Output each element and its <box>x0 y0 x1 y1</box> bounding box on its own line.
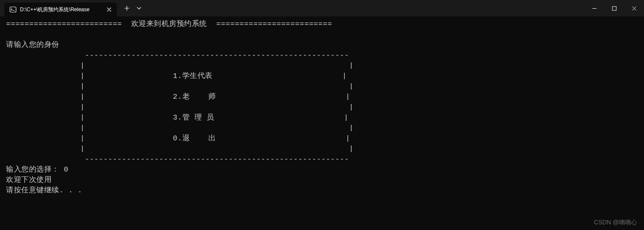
tab-dropdown-button[interactable] <box>133 2 145 15</box>
minimize-button[interactable] <box>584 0 604 16</box>
menu-option-2: | 2.老 师 | <box>6 93 350 101</box>
press-any-key-line: 请按任意键继续. . . <box>6 186 82 194</box>
menu-option-1: | 1.学生代表 | <box>6 72 347 80</box>
svg-rect-0 <box>10 7 16 12</box>
menu-option-3: | 3.管 理 员 | <box>6 113 349 122</box>
tab-title: D:\C++\机房预约系统\Release <box>20 6 102 13</box>
window-controls <box>584 0 644 16</box>
tab-close-button[interactable] <box>106 6 113 13</box>
tab-group: D:\C++\机房预约系统\Release <box>0 0 145 16</box>
menu-box-side: | | <box>6 62 354 70</box>
terminal-icon <box>10 6 16 13</box>
menu-box-side: | | <box>6 82 354 91</box>
menu-option-0: | 0.退 出 | <box>6 134 350 143</box>
menu-box-border-top: ----------------------------------------… <box>6 51 349 59</box>
terminal-tab[interactable]: D:\C++\机房预约系统\Release <box>4 3 117 16</box>
window-titlebar: D:\C++\机房预约系统\Release <box>0 0 644 16</box>
menu-box-border-bottom: ----------------------------------------… <box>6 155 349 163</box>
prompt-identity: 请输入您的身份 <box>6 41 59 49</box>
input-choice-line: 输入您的选择： 0 <box>6 165 68 174</box>
close-button[interactable] <box>624 0 644 16</box>
menu-box-side: | | <box>6 145 354 153</box>
maximize-button[interactable] <box>604 0 624 16</box>
header-line: ========================= 欢迎来到机房预约系统 ===… <box>6 20 332 28</box>
new-tab-button[interactable] <box>120 2 133 15</box>
menu-box-side: | | <box>6 103 354 111</box>
svg-rect-3 <box>612 6 616 10</box>
csdn-watermark: CSDN @嘀嘀心 <box>594 219 637 227</box>
menu-box-side: | | <box>6 124 354 132</box>
terminal-output[interactable]: ========================= 欢迎来到机房预约系统 ===… <box>0 16 644 198</box>
farewell-line: 欢迎下次使用 <box>6 176 52 184</box>
